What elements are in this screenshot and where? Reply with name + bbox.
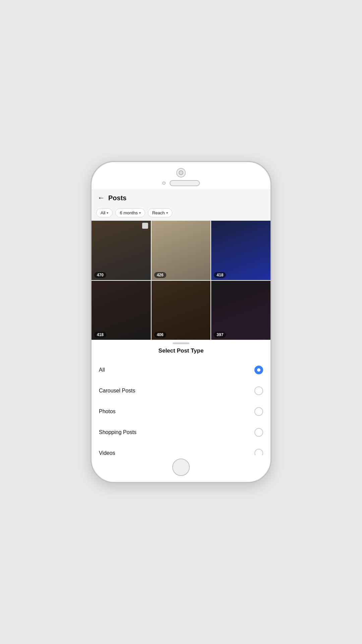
option-shopping[interactable]: Shopping Posts	[92, 422, 270, 443]
option-videos-label: Videos	[99, 450, 115, 455]
grid-badge-2: 426	[154, 272, 166, 278]
grid-badge-3: 418	[214, 272, 226, 278]
earpiece-speaker	[170, 180, 200, 186]
filter-row: All ▾ 6 months ▾ Reach ▾	[92, 206, 270, 221]
image-grid: 470 426 418 418 406 397	[92, 221, 270, 340]
grid-item-3[interactable]: 418	[211, 221, 270, 280]
front-camera	[176, 168, 186, 177]
phone-top-hardware	[92, 162, 270, 189]
phone-frame: ← Posts All ▾ 6 months ▾ Reach ▾ 470	[90, 161, 272, 483]
chevron-down-icon: ▾	[166, 211, 168, 215]
option-photos[interactable]: Photos	[92, 401, 270, 422]
radio-videos[interactable]	[254, 449, 263, 455]
grid-badge-6: 397	[214, 332, 226, 338]
option-photos-label: Photos	[99, 409, 116, 415]
grid-item-6[interactable]: 397	[211, 281, 270, 340]
option-all[interactable]: All	[92, 360, 270, 380]
filter-months-label: 6 months	[120, 210, 137, 215]
phone-bottom-hardware	[92, 455, 270, 482]
radio-all[interactable]	[254, 366, 263, 374]
chevron-down-icon: ▾	[107, 211, 108, 215]
filter-all[interactable]: All ▾	[96, 208, 113, 217]
power-button	[270, 229, 272, 263]
grid-badge-1: 470	[94, 272, 106, 278]
grid-item-4[interactable]: 418	[92, 281, 151, 340]
radio-photos[interactable]	[254, 407, 263, 416]
bottom-sheet: Select Post Type All Carousel Posts Phot…	[92, 340, 270, 455]
option-shopping-label: Shopping Posts	[99, 429, 136, 435]
option-videos[interactable]: Videos	[92, 443, 270, 455]
grid-item-1[interactable]: 470	[92, 221, 151, 280]
drag-handle[interactable]	[92, 340, 270, 346]
option-all-label: All	[99, 367, 105, 373]
app-bar: ← Posts	[92, 189, 270, 206]
filter-reach[interactable]: Reach ▾	[148, 208, 172, 217]
radio-carousel[interactable]	[254, 386, 263, 395]
filter-reach-label: Reach	[152, 210, 165, 215]
sheet-title: Select Post Type	[92, 346, 270, 358]
filter-all-label: All	[101, 210, 105, 215]
grid-badge-4: 418	[94, 332, 106, 338]
back-button[interactable]: ←	[98, 194, 105, 202]
grid-item-2[interactable]: 426	[152, 221, 211, 280]
page-title: Posts	[108, 194, 126, 202]
grid-checkbox-1[interactable]	[142, 223, 148, 229]
sensor-dot	[162, 181, 166, 185]
filter-months[interactable]: 6 months ▾	[115, 208, 145, 217]
home-button[interactable]	[172, 459, 190, 476]
option-carousel-label: Carousel Posts	[99, 388, 135, 394]
radio-shopping[interactable]	[254, 428, 263, 437]
option-carousel[interactable]: Carousel Posts	[92, 380, 270, 401]
grid-badge-5: 406	[154, 332, 166, 338]
phone-screen: ← Posts All ▾ 6 months ▾ Reach ▾ 470	[92, 189, 270, 455]
drag-handle-bar	[173, 342, 189, 344]
grid-item-5[interactable]: 406	[152, 281, 211, 340]
chevron-down-icon: ▾	[139, 211, 141, 215]
